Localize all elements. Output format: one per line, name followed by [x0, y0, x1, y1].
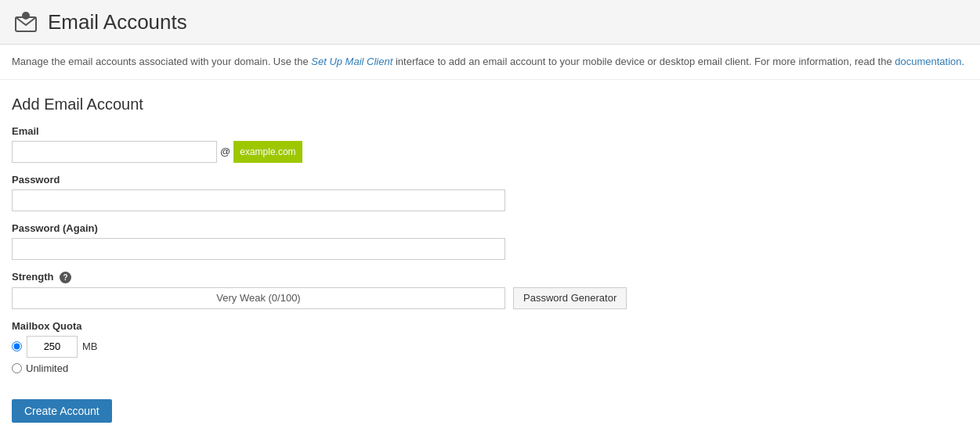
description-text-prefix: Manage the email accounts associated wit…: [12, 56, 311, 67]
quota-input[interactable]: [27, 336, 78, 358]
email-accounts-icon: [12, 8, 40, 36]
main-content: Add Email Account Email @ example.com Pa…: [0, 80, 980, 437]
mailbox-quota-label: Mailbox Quota: [12, 320, 968, 332]
description-text-middle: interface to add an email account to you…: [392, 56, 895, 67]
password-field-group: Password: [12, 174, 968, 211]
email-at-symbol: @: [217, 146, 233, 157]
password-again-label: Password (Again): [12, 222, 968, 234]
setup-mail-client-link[interactable]: Set Up Mail Client: [311, 56, 392, 67]
page-header: Email Accounts: [0, 0, 980, 45]
strength-bar: Very Weak (0/100): [12, 287, 505, 309]
page-title: Email Accounts: [48, 10, 187, 34]
quota-unit: MB: [82, 341, 98, 352]
unlimited-label: Unlimited: [26, 362, 68, 374]
email-local-input[interactable]: [12, 141, 217, 163]
strength-text: Very Weak (0/100): [216, 292, 300, 304]
password-label: Password: [12, 174, 968, 186]
password-generator-button[interactable]: Password Generator: [513, 287, 627, 309]
add-email-section-title: Add Email Account: [12, 95, 968, 114]
strength-bar-container: Very Weak (0/100) Password Generator: [12, 287, 968, 309]
strength-field-group: Strength ? Very Weak (0/100) Password Ge…: [12, 271, 968, 309]
description-text-suffix: .: [962, 56, 965, 67]
email-label: Email: [12, 125, 968, 137]
email-input-row: @ example.com: [12, 141, 968, 163]
quota-radio-custom[interactable]: [12, 341, 22, 351]
quota-row: MB: [12, 336, 968, 358]
mailbox-quota-group: Mailbox Quota MB Unlimited: [12, 320, 968, 374]
email-domain-badge: example.com: [233, 141, 302, 163]
strength-label: Strength ?: [12, 271, 968, 283]
quota-radio-unlimited[interactable]: [12, 363, 22, 373]
strength-info-icon[interactable]: ?: [60, 272, 71, 283]
password-input[interactable]: [12, 189, 505, 211]
password-again-field-group: Password (Again): [12, 222, 968, 260]
create-account-button[interactable]: Create Account: [12, 399, 112, 423]
unlimited-radio-row: Unlimited: [12, 362, 968, 374]
email-field-group: Email @ example.com: [12, 125, 968, 163]
documentation-link[interactable]: documentation: [895, 56, 961, 67]
password-again-input[interactable]: [12, 238, 505, 260]
page-description: Manage the email accounts associated wit…: [0, 45, 980, 80]
